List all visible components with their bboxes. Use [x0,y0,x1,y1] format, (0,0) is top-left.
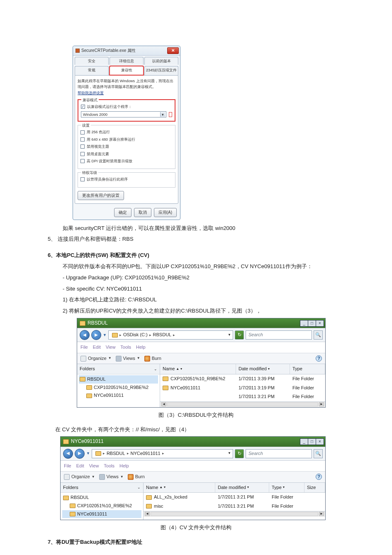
help-icon[interactable]: ? [316,355,322,362]
tree-item[interactable]: NYCe0911011 [62,510,141,518]
help-icon[interactable]: ? [316,474,322,480]
col-type[interactable]: Type▾ [269,483,304,493]
close-button[interactable]: × [316,438,324,445]
col-type[interactable]: Type [290,364,325,374]
search-input[interactable]: Search [246,330,312,340]
maximize-button[interactable]: □ [308,438,316,445]
menu-help[interactable]: Help [136,344,146,351]
scroll-track[interactable] [151,512,318,516]
folder-icon [146,504,152,509]
explorer-titlebar[interactable]: RBSDUL _ □ × [77,318,325,328]
scroll-right-icon[interactable]: ► [319,402,324,406]
tab-prevver[interactable]: 以前的版本 [144,57,178,65]
tree-item[interactable]: CXP102051%10_R9BE%2 [62,502,141,510]
tree-item[interactable]: NYCe0911011 [79,391,158,400]
col-name[interactable]: Name▲▾ [144,483,215,493]
scroll-track[interactable] [167,402,318,406]
nav-back-button[interactable]: ◄ [80,330,90,340]
scroll-left-icon[interactable]: ◄ [161,402,166,406]
chk-disable-themes-label: 禁用视觉主题 [87,144,109,149]
col-date[interactable]: Date modified▾ [236,364,290,374]
tree-item-label: NYCe0911011 [94,392,124,399]
views-button[interactable]: Views ▼ [99,473,124,481]
search-input[interactable]: Search [246,449,312,458]
nav-forward-button[interactable]: ► [75,449,85,459]
tab-zip[interactable]: 2345好压压缩文件 [144,66,178,75]
list-pane: Name▲▾ Date modified▾ Type▾ Size ALL_x2s… [144,483,325,520]
tab-compat[interactable]: 兼容性 [110,66,144,75]
refresh-button[interactable]: ↻ [235,449,244,458]
minimize-button[interactable]: _ [300,320,308,327]
menu-file[interactable]: File [80,344,88,351]
maximize-button[interactable]: □ [308,320,316,327]
scroll-right-icon[interactable]: ► [319,512,324,516]
change-all-users-button[interactable]: 更改所有用户的设置 [78,191,124,200]
ok-button[interactable]: 确定 [114,208,131,217]
organize-button[interactable]: Organize ▼ [64,473,95,481]
chk-disable-themes[interactable] [80,144,85,149]
col-size[interactable]: Size [304,483,325,493]
list-item[interactable]: NYCe0911011 1/7/2011 3:19 PM File Folder [160,384,325,393]
dialog-titlebar[interactable]: SecureCRTPortable.exe 属性 ✕ [73,46,180,56]
minimize-button[interactable]: _ [300,438,308,445]
nav-back-button[interactable]: ◄ [63,449,73,459]
help-choose-link[interactable]: 帮助我选择设置 [78,90,175,96]
crumb-2[interactable]: NYCe0911011 [129,450,162,457]
tab-details[interactable]: 详细信息 [110,57,144,65]
list-item[interactable]: misc 1/7/2011 3:21 PM File Folder [144,502,325,511]
nav-history-dropdown[interactable]: ▼ [103,332,107,338]
collapse-folders-icon[interactable]: ⌄ [137,484,141,490]
menu-view[interactable]: View [89,462,99,470]
scroll-left-icon[interactable]: ◄ [145,512,150,516]
search-button[interactable]: 🔍 [314,330,323,340]
chevron-right-icon: ▸ [162,450,164,456]
chk-256color[interactable] [80,130,85,134]
col-date[interactable]: Date modified▾ [215,483,269,493]
crumb-2[interactable]: RBSDUL [151,331,173,339]
tab-security[interactable]: 安全 [75,57,109,65]
crumb-1[interactable]: RBSDUL [105,450,127,457]
refresh-button[interactable]: ↻ [235,330,244,340]
close-button[interactable]: × [316,320,324,327]
list-item[interactable]: ALL_x2s_locked 1/7/2011 3:21 PM File Fol… [144,493,325,502]
chk-640x480[interactable] [80,137,85,142]
crumb-1[interactable]: OSDisk (C:) [122,331,149,339]
col-name[interactable]: Name▲▾ [160,364,236,374]
menu-tools[interactable]: Tools [120,344,131,351]
explorer-titlebar[interactable]: NYCe0911011 _ □ × [61,437,325,446]
h-scrollbar[interactable]: ◄ ► [160,401,325,407]
list-item[interactable]: 1/7/2011 3:21 PM File Folder [160,392,325,401]
list-item[interactable]: CXP102051%10_R9BE%2 1/7/2011 3:39 PM Fil… [160,374,325,384]
burn-button[interactable]: Burn [128,473,145,481]
tree-item[interactable]: CXP102051%10_R9BE%2 [79,384,158,392]
item-type: File Folder [269,503,304,510]
breadcrumb[interactable]: ▸ RBSDUL ▸ NYCe0911011 ▸ ▼ [92,449,233,458]
nav-history-dropdown[interactable]: ▼ [86,450,90,456]
chk-disable-hidpi[interactable] [80,159,85,163]
menu-file[interactable]: File [64,462,71,470]
collapse-folders-icon[interactable]: ⌄ [154,366,157,372]
chk-runasadmin[interactable] [80,177,85,181]
menu-tools[interactable]: Tools [104,462,114,470]
nav-forward-button[interactable]: ► [91,330,101,340]
menu-help[interactable]: Help [119,462,129,470]
tree-item[interactable]: RBSDUL [62,494,141,502]
compat-os-select[interactable]: Windows 2000 ▾ [81,111,166,117]
chk-disable-compo[interactable] [80,152,85,156]
burn-button[interactable]: Burn [144,355,161,362]
views-button[interactable]: Views ▼ [116,355,140,362]
close-button[interactable]: ✕ [167,47,179,54]
cancel-button[interactable]: 取消 [134,208,151,217]
apply-button[interactable]: 应用(A) [154,208,177,217]
menu-edit[interactable]: Edit [76,462,84,470]
breadcrumb[interactable]: ▸ OSDisk (C:) ▸ RBSDUL ▸ ▼ [108,330,233,340]
search-button[interactable]: 🔍 [314,449,323,458]
tree-item[interactable]: RBSDUL [79,375,158,384]
menu-edit[interactable]: Edit [93,344,101,351]
menu-view[interactable]: View [106,344,116,351]
h-scrollbar[interactable]: ◄ ► [144,511,325,517]
compat-checkbox[interactable] [81,105,85,109]
folder-icon [163,377,168,381]
organize-button[interactable]: Organize ▼ [80,355,112,362]
tab-general[interactable]: 常规 [75,66,109,75]
